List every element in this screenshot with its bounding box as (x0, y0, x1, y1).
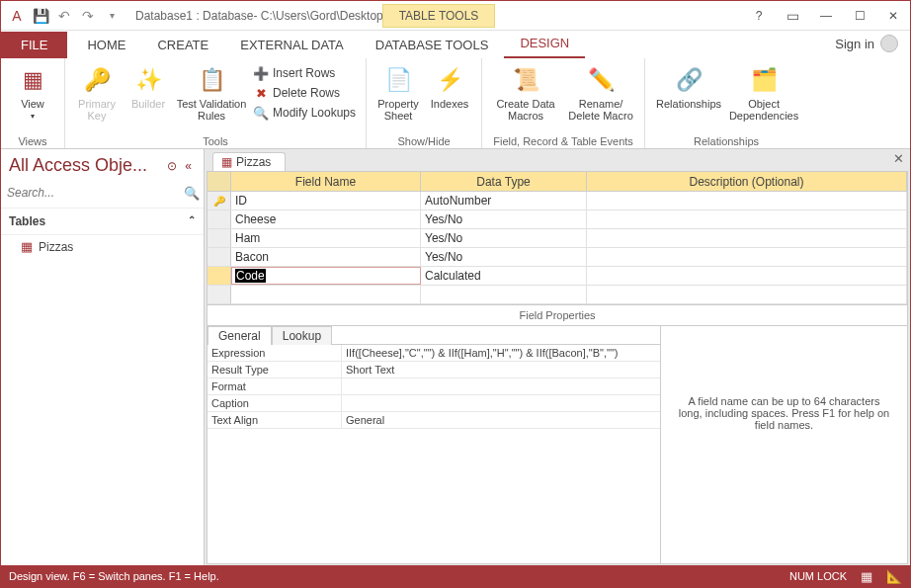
test-validation-button[interactable]: 📋 Test Validation Rules (176, 60, 247, 122)
description-cell[interactable] (587, 267, 907, 285)
tab-file[interactable]: FILE (1, 32, 67, 58)
close-tab-icon[interactable]: ✕ (893, 151, 904, 166)
design-row[interactable]: Ham Yes/No (207, 229, 907, 248)
prop-row[interactable]: Format (207, 378, 660, 395)
numlock-indicator: NUM LOCK (789, 570, 847, 582)
title-bar: A 💾 ↶ ↷ ▾ Database1 : Database- C:\Users… (1, 1, 910, 31)
group-label: Field, Record & Table Events (490, 133, 636, 147)
primary-key-button[interactable]: 🔑 Primary Key (73, 60, 121, 122)
field-name-cell[interactable]: Ham (231, 229, 421, 247)
save-icon[interactable]: 💾 (31, 6, 50, 26)
main-area: All Access Obje... ⊙ « 🔍 Tables ⌃ ▦ Pizz… (1, 149, 910, 566)
dropdown-icon: ▾ (31, 112, 35, 121)
view-button[interactable]: ▦ View ▾ (9, 60, 56, 121)
col-field-name[interactable]: Field Name (231, 172, 421, 191)
design-row-empty[interactable] (207, 286, 907, 304)
description-cell[interactable] (587, 286, 907, 303)
nav-item-pizzas[interactable]: ▦ Pizzas (1, 235, 204, 258)
row-selector[interactable] (207, 229, 231, 247)
prop-row[interactable]: Result TypeShort Text (207, 362, 660, 378)
row-selector-header[interactable] (207, 172, 231, 191)
design-row[interactable]: Cheese Yes/No (207, 210, 907, 229)
field-name-cell[interactable] (231, 286, 421, 303)
datasheet-view-icon[interactable]: ▦ (861, 569, 872, 584)
doc-tab-pizzas[interactable]: ▦ Pizzas (212, 152, 286, 171)
nav-header[interactable]: All Access Obje... ⊙ « (1, 149, 204, 182)
prop-row[interactable]: Caption (207, 395, 660, 412)
tab-design[interactable]: DESIGN (504, 30, 585, 58)
field-name-cell[interactable]: Code (231, 267, 421, 285)
data-type-cell[interactable]: Yes/No (421, 248, 587, 266)
description-cell[interactable] (587, 229, 907, 247)
avatar-icon (880, 35, 898, 52)
property-sheet-button[interactable]: 📄 Property Sheet (374, 60, 422, 122)
tab-create[interactable]: CREATE (141, 32, 224, 58)
access-app-icon[interactable]: A (7, 6, 27, 26)
object-dependencies-button[interactable]: 🗂️ Object Dependencies (728, 60, 799, 122)
field-name-cell[interactable]: Bacon (231, 248, 421, 266)
help-button[interactable]: ? (742, 4, 776, 28)
redo-icon[interactable]: ↷ (78, 6, 98, 26)
tab-database-tools[interactable]: DATABASE TOOLS (360, 32, 505, 58)
row-selector[interactable] (207, 248, 231, 266)
nav-search: 🔍 (1, 182, 204, 209)
insert-rows-icon: ➕ (253, 65, 269, 81)
modify-lookups-button[interactable]: 🔍Modify Lookups (251, 104, 358, 122)
data-type-cell[interactable]: AutoNumber (421, 192, 587, 210)
dependencies-icon: 🗂️ (748, 64, 780, 96)
data-type-cell[interactable]: Calculated (421, 267, 587, 285)
row-selector[interactable] (207, 267, 231, 285)
tab-home[interactable]: HOME (71, 32, 141, 58)
design-row-active[interactable]: Code Calculated (207, 267, 907, 286)
tab-lookup[interactable]: Lookup (272, 326, 332, 345)
prop-row[interactable]: ExpressionIIf([Cheese],"C","") & IIf([Ha… (207, 345, 660, 362)
create-data-macros-button[interactable]: 📜 Create Data Macros (490, 60, 561, 122)
design-row[interactable]: Bacon Yes/No (207, 248, 907, 267)
maximize-button[interactable]: ☐ (843, 4, 876, 28)
rename-delete-macro-button[interactable]: ✏️ Rename/ Delete Macro (565, 60, 636, 122)
minimize-button[interactable]: — (809, 4, 843, 28)
ribbon-group-relationships: 🔗 Relationships 🗂️ Object Dependencies R… (645, 58, 807, 148)
description-cell[interactable] (587, 210, 907, 228)
ribbon-group-events: 📜 Create Data Macros ✏️ Rename/ Delete M… (482, 58, 645, 148)
tab-external-data[interactable]: EXTERNAL DATA (224, 32, 360, 58)
nav-group-tables[interactable]: Tables ⌃ (1, 209, 204, 235)
col-description[interactable]: Description (Optional) (587, 172, 907, 191)
nav-dropdown-icon[interactable]: ⊙ (163, 159, 181, 173)
tab-general[interactable]: General (207, 326, 272, 345)
builder-button[interactable]: ✨ Builder (124, 60, 172, 110)
status-text: Design view. F6 = Switch panes. F1 = Hel… (9, 570, 789, 582)
indexes-button[interactable]: ⚡ Indexes (426, 60, 473, 110)
description-cell[interactable] (587, 192, 907, 210)
data-type-cell[interactable]: Yes/No (421, 229, 587, 247)
ribbon-options-button[interactable]: ▭ (776, 4, 809, 28)
row-selector[interactable] (207, 210, 231, 228)
nav-title: All Access Obje... (9, 155, 163, 176)
sign-in[interactable]: Sign in (823, 29, 910, 58)
search-input[interactable] (5, 184, 184, 202)
data-type-cell[interactable] (421, 286, 587, 303)
nav-collapse-icon[interactable]: « (181, 159, 196, 173)
lightning-icon: ⚡ (434, 64, 465, 96)
col-data-type[interactable]: Data Type (421, 172, 587, 191)
grid-icon: ▦ (17, 64, 48, 96)
delete-rows-button[interactable]: ✖Delete Rows (251, 84, 358, 102)
row-selector[interactable] (207, 286, 231, 303)
field-name-cell[interactable]: ID (231, 192, 421, 210)
wand-icon: ✨ (132, 64, 164, 96)
undo-icon[interactable]: ↶ (54, 6, 74, 26)
relationships-button[interactable]: 🔗 Relationships (653, 60, 724, 110)
description-cell[interactable] (587, 248, 907, 266)
data-type-cell[interactable]: Yes/No (421, 210, 587, 228)
close-button[interactable]: ✕ (876, 4, 910, 28)
design-row[interactable]: 🔑 ID AutoNumber (207, 192, 907, 210)
insert-rows-button[interactable]: ➕Insert Rows (251, 64, 358, 82)
field-name-cell[interactable]: Cheese (231, 210, 421, 228)
search-icon[interactable]: 🔍 (184, 186, 200, 201)
ribbon: ▦ View ▾ Views 🔑 Primary Key ✨ Builder 📋… (1, 58, 910, 149)
qat-customize-icon[interactable]: ▾ (102, 6, 122, 26)
row-selector[interactable]: 🔑 (207, 192, 231, 210)
design-view-icon[interactable]: 📐 (886, 569, 902, 584)
prop-row[interactable]: Text AlignGeneral (207, 412, 660, 429)
ribbon-group-showhide: 📄 Property Sheet ⚡ Indexes Show/Hide (367, 58, 482, 148)
